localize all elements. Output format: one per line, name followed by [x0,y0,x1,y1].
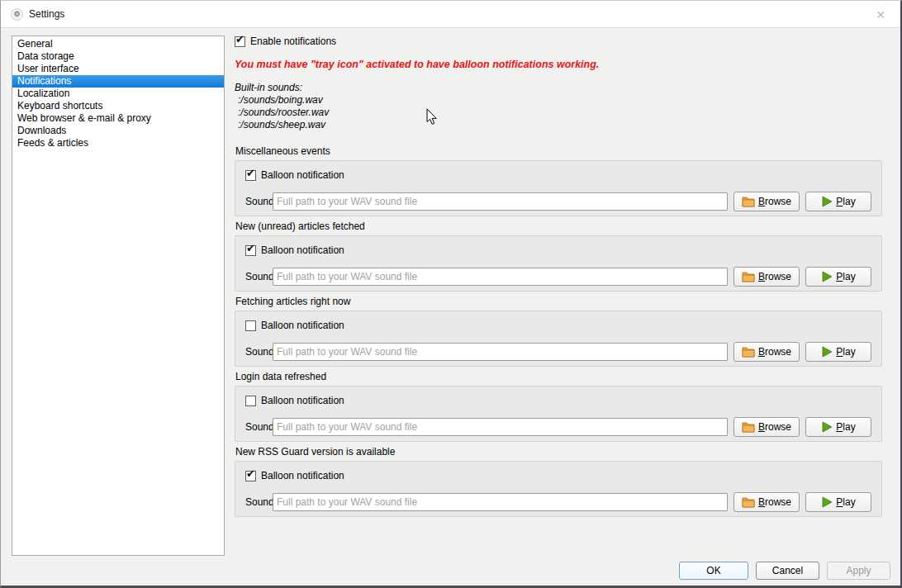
browse-button[interactable]: Browse [733,192,800,211]
section-panel: ✔ Balloon notification Sound Browse Play [235,386,882,442]
balloon-notification-label: Balloon notification [261,470,344,481]
section-miscellaneous-events: Miscellaneous events ✔ Balloon notificat… [235,146,883,216]
sound-label: Sound [245,421,273,433]
sound-path-input[interactable] [273,192,728,211]
play-button[interactable]: Play [805,342,871,362]
sidebar-item-feeds-articles[interactable]: Feeds & articles [12,137,224,149]
section-panel: ✔ Balloon notification Sound Browse Play [235,311,882,367]
notifications-page: ✔ Enable notifications You must have "tr… [235,36,883,522]
sidebar-item-notifications[interactable]: Notifications [12,75,224,88]
balloon-notification-checkbox[interactable]: ✔ [245,471,256,481]
browse-button-label: Browse [758,496,791,508]
settings-dialog: ⚙ Settings ✕ General Data storage User i… [0,0,902,588]
play-button-label: Play [836,421,855,433]
sound-label: Sound [245,346,273,358]
apply-button[interactable]: Apply [827,562,890,580]
balloon-notification-label: Balloon notification [261,320,344,331]
ok-button[interactable]: OK [679,562,748,580]
checkmark-icon: ✔ [246,242,255,254]
balloon-notification-label: Balloon notification [261,244,344,256]
balloon-notification-checkbox[interactable]: ✔ [245,245,256,256]
play-icon [821,421,833,433]
sidebar-item-keyboard-shortcuts[interactable]: Keyboard shortcuts [12,100,224,112]
enable-notifications-checkbox[interactable]: ✔ [235,36,245,47]
play-button-label: Play [836,346,855,358]
folder-icon [742,421,755,433]
sound-path-input[interactable] [273,268,728,286]
play-button[interactable]: Play [805,267,871,287]
event-sections: Miscellaneous events ✔ Balloon notificat… [235,146,883,517]
sidebar-item-downloads[interactable]: Downloads [12,125,224,137]
browse-button[interactable]: Browse [733,492,800,512]
play-icon [821,271,833,282]
section-new-version-available: New RSS Guard version is available ✔ Bal… [235,447,883,517]
checkmark-icon: ✔ [235,33,244,45]
browse-button-label: Browse [758,196,791,207]
play-icon [821,196,833,207]
sidebar-item-localization[interactable]: Localization [12,88,224,100]
builtin-sounds-title: Built-in sounds: [235,82,883,94]
folder-icon [742,496,755,508]
section-title: Miscellaneous events [235,146,882,157]
browse-button[interactable]: Browse [733,267,800,287]
play-button-label: Play [836,196,855,207]
balloon-notification-checkbox[interactable]: ✔ [245,396,256,406]
enable-notifications-label: Enable notifications [250,36,336,47]
balloon-notification-label: Balloon notification [261,169,344,181]
sound-label: Sound [245,496,273,508]
sidebar-item-user-interface[interactable]: User interface [12,63,224,75]
builtin-sound-path: :/sounds/sheep.wav [235,119,883,131]
sound-path-input[interactable] [273,343,728,361]
builtin-sound-path: :/sounds/boing.wav [235,94,883,107]
folder-icon [742,271,755,282]
checkmark-icon: ✔ [246,467,255,480]
builtin-sound-path: :/sounds/rooster.wav [235,107,883,119]
section-title: New RSS Guard version is available [235,447,882,458]
section-title: New (unread) articles fetched [235,221,882,232]
cancel-button[interactable]: Cancel [756,562,819,580]
folder-icon [742,346,755,358]
builtin-sounds-block: Built-in sounds: :/sounds/boing.wav :/so… [235,82,883,131]
enable-notifications-row: ✔ Enable notifications [235,36,883,47]
sidebar-item-web-browser-email-proxy[interactable]: Web browser & e-mail & proxy [12,112,224,125]
sound-path-input[interactable] [273,418,728,436]
dialog-footer: OK Cancel Apply [1,562,900,581]
folder-icon [742,196,755,207]
browse-button[interactable]: Browse [733,417,800,437]
browse-button-label: Browse [758,346,791,358]
play-button-label: Play [836,271,855,282]
section-panel: ✔ Balloon notification Sound Browse Play [235,461,882,517]
play-button-label: Play [836,496,855,508]
sound-label: Sound [245,271,273,282]
play-button[interactable]: Play [805,492,871,512]
section-new-articles-fetched: New (unread) articles fetched ✔ Balloon … [235,221,883,292]
play-icon [821,496,833,508]
section-title: Fetching articles right now [235,296,882,307]
section-panel: ✔ Balloon notification Sound Browse Play [235,160,882,216]
section-panel: ✔ Balloon notification Sound Browse Play [235,235,882,292]
browse-button-label: Browse [758,271,791,282]
browse-button-label: Browse [758,421,791,433]
play-button[interactable]: Play [805,192,871,211]
checkmark-icon: ✔ [246,167,255,179]
play-button[interactable]: Play [805,417,871,437]
title-bar: ⚙ Settings ✕ [1,1,900,28]
sound-path-input[interactable] [273,493,728,511]
play-icon [821,346,833,358]
settings-category-list: General Data storage User interface Noti… [12,36,225,556]
sidebar-item-data-storage[interactable]: Data storage [12,50,224,63]
close-icon[interactable]: ✕ [871,7,890,23]
sidebar-item-general[interactable]: General [12,38,224,50]
balloon-notification-checkbox[interactable]: ✔ [245,320,256,331]
window-title: Settings [29,8,64,20]
balloon-notification-checkbox[interactable]: ✔ [245,170,256,181]
balloon-notification-label: Balloon notification [261,395,344,406]
sound-label: Sound [245,196,273,207]
section-login-data-refreshed: Login data refreshed ✔ Balloon notificat… [235,372,883,442]
tray-icon-warning: You must have "tray icon" activated to h… [235,59,883,70]
settings-gear-icon: ⚙ [11,8,23,21]
section-title: Login data refreshed [235,372,882,382]
section-fetching-articles: Fetching articles right now ✔ Balloon no… [235,296,883,367]
browse-button[interactable]: Browse [733,342,800,362]
